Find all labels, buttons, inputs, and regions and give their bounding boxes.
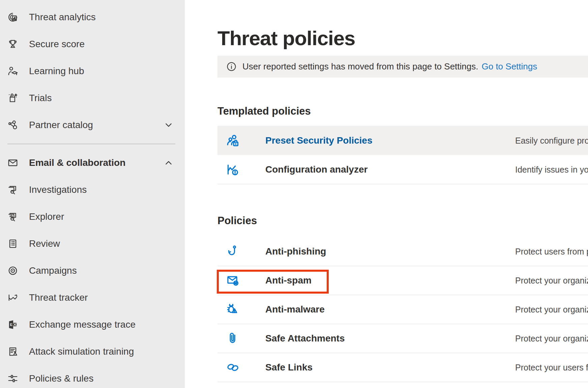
section-heading-templated-policies: Templated policies: [217, 105, 311, 117]
row-description: Easily configure prot: [515, 136, 588, 145]
sidebar-item-label: Review: [29, 238, 60, 249]
configuration-analyzer-icon: [225, 162, 241, 177]
row-title: Anti-spam: [265, 275, 312, 286]
sidebar-item-label: Attack simulation training: [29, 346, 134, 357]
row-title[interactable]: Configuration analyzer: [265, 164, 368, 175]
sidebar-item-explorer[interactable]: Explorer: [0, 203, 185, 230]
page-title: Threat policies: [217, 26, 355, 51]
info-banner: User reported settings has moved from th…: [217, 56, 588, 78]
sidebar-item-label: Threat tracker: [29, 292, 88, 303]
sidebar-item-email-collaboration[interactable]: Email & collaboration: [0, 149, 185, 176]
chevron-down-icon: [165, 121, 173, 129]
sidebar-item-learning-hub[interactable]: Learning hub: [0, 58, 185, 85]
main-content: Threat policies User reported settings h…: [185, 0, 588, 388]
row-preset-security-policies[interactable]: Preset Security Policies Easily configur…: [217, 126, 588, 155]
campaigns-icon: [7, 265, 19, 277]
row-description: Protect your organiz: [515, 276, 588, 286]
row-description: Identify issues in you: [515, 165, 588, 174]
sidebar-item-label: Investigations: [29, 184, 87, 195]
row-safe-attachments[interactable]: Safe Attachments Protect your organiz: [217, 324, 588, 353]
sidebar-item-threat-analytics[interactable]: Threat analytics: [0, 4, 185, 31]
sidebar-item-label: Email & collaboration: [29, 157, 125, 168]
attack-simulation-icon: [7, 346, 19, 358]
sidebar: Threat analytics Secure score Learning h…: [0, 0, 185, 388]
sidebar-item-label: Exchange message trace: [29, 319, 136, 330]
chevron-up-icon: [165, 159, 173, 167]
anti-phishing-icon: [225, 244, 241, 259]
row-anti-phishing[interactable]: Anti-phishing Protect users from p: [217, 237, 588, 266]
sidebar-item-label: Partner catalog: [29, 120, 93, 130]
row-anti-spam[interactable]: Anti-spam Protect your organiz: [217, 266, 588, 295]
threat-policies-page: Threat analytics Secure score Learning h…: [0, 0, 588, 388]
sidebar-item-label: Trials: [29, 93, 52, 103]
row-description: Protect your users fr: [515, 363, 588, 372]
row-description: Protect your organiz: [515, 305, 588, 315]
safe-attachments-icon: [225, 331, 241, 346]
sidebar-item-label: Learning hub: [29, 66, 84, 77]
sidebar-item-attack-simulation-training[interactable]: Attack simulation training: [0, 338, 185, 365]
row-title: Safe Attachments: [265, 333, 345, 344]
threat-tracker-icon: [7, 292, 19, 304]
go-to-settings-link[interactable]: Go to Settings: [481, 61, 537, 72]
exchange-icon: E: [7, 319, 19, 331]
row-title[interactable]: Preset Security Policies: [265, 135, 373, 146]
row-description: Protect users from p: [515, 247, 588, 257]
investigations-icon: [7, 184, 19, 196]
sidebar-item-threat-tracker[interactable]: Threat tracker: [0, 284, 185, 311]
preset-security-icon: [225, 133, 241, 148]
review-icon: [7, 238, 19, 250]
anti-malware-icon: [225, 302, 241, 317]
sidebar-item-campaigns[interactable]: Campaigns: [0, 257, 185, 284]
banner-text: User reported settings has moved from th…: [242, 61, 478, 72]
sidebar-item-label: Threat analytics: [29, 12, 96, 23]
sidebar-item-label: Campaigns: [29, 265, 77, 276]
sidebar-item-investigations[interactable]: Investigations: [0, 176, 185, 203]
sidebar-item-secure-score[interactable]: Secure score: [0, 31, 185, 58]
info-icon: [226, 61, 237, 72]
policies-rules-icon: [7, 372, 19, 385]
secure-score-icon: [7, 38, 19, 50]
row-anti-malware[interactable]: Anti-malware Protect your organiz: [217, 295, 588, 324]
safe-links-icon: [225, 360, 241, 375]
row-title: Anti-malware: [265, 304, 325, 315]
row-safe-links[interactable]: Safe Links Protect your users fr: [217, 353, 588, 382]
sidebar-item-label: Policies & rules: [29, 373, 93, 384]
sidebar-item-exchange-message-trace[interactable]: E Exchange message trace: [0, 311, 185, 338]
sidebar-item-policies-rules[interactable]: Policies & rules: [0, 365, 185, 388]
sidebar-divider: [7, 144, 175, 144]
anti-spam-icon: [225, 273, 241, 288]
sidebar-item-review[interactable]: Review: [0, 230, 185, 257]
sidebar-item-label: Explorer: [29, 211, 64, 222]
row-configuration-analyzer[interactable]: Configuration analyzer Identify issues i…: [217, 155, 588, 184]
partner-catalog-icon: [7, 119, 19, 131]
row-description: Protect your organiz: [515, 334, 588, 344]
sidebar-item-trials[interactable]: Trials: [0, 85, 185, 112]
explorer-icon: [7, 211, 19, 223]
learning-hub-icon: [7, 65, 19, 77]
row-title: Anti-phishing: [265, 246, 326, 257]
sidebar-item-label: Secure score: [29, 39, 85, 50]
email-collaboration-icon: [7, 157, 19, 169]
threat-analytics-icon: [7, 11, 19, 23]
sidebar-item-partner-catalog[interactable]: Partner catalog: [0, 112, 185, 139]
section-heading-policies: Policies: [217, 215, 257, 227]
row-title: Safe Links: [265, 362, 313, 373]
trials-icon: [7, 92, 19, 104]
svg-text:E: E: [10, 322, 13, 327]
